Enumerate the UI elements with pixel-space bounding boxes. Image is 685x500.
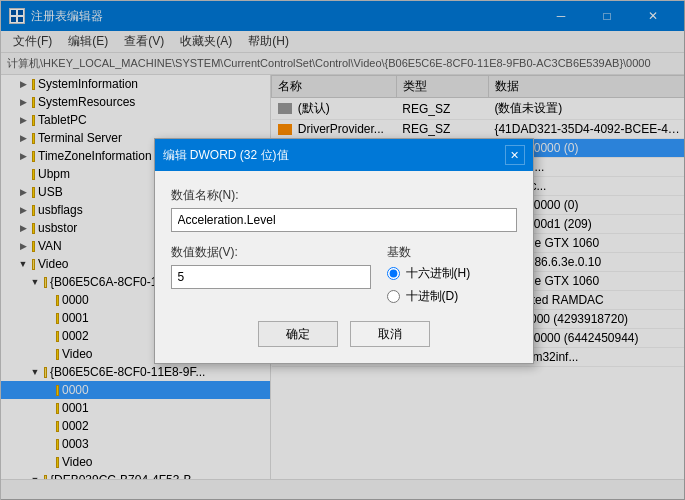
value-name-label: 数值名称(N): — [171, 187, 517, 204]
radio-dec[interactable]: 十进制(D) — [387, 288, 517, 305]
dialog-body: 数值名称(N): 数值数据(V): 基数 十六进制(H) — [155, 171, 533, 363]
radio-dec-label: 十进制(D) — [406, 288, 459, 305]
base-radio-group: 十六进制(H) 十进制(D) — [387, 265, 517, 305]
base-label: 基数 — [387, 244, 517, 261]
dialog-close-button[interactable]: ✕ — [505, 145, 525, 165]
dialog-buttons: 确定 取消 — [171, 321, 517, 347]
dialog-overlay: 编辑 DWORD (32 位)值 ✕ 数值名称(N): 数值数据(V): — [1, 1, 685, 500]
value-name-input[interactable] — [171, 208, 517, 232]
value-data-input[interactable] — [171, 265, 371, 289]
dialog-title: 编辑 DWORD (32 位)值 — [163, 147, 289, 164]
radio-hex[interactable]: 十六进制(H) — [387, 265, 517, 282]
dialog-title-bar: 编辑 DWORD (32 位)值 ✕ — [155, 139, 533, 171]
value-name-field: 数值名称(N): — [171, 187, 517, 232]
base-section: 基数 十六进制(H) 十进制(D) — [387, 244, 517, 305]
value-data-label: 数值数据(V): — [171, 244, 371, 261]
ok-button[interactable]: 确定 — [258, 321, 338, 347]
value-data-section: 数值数据(V): — [171, 244, 371, 305]
edit-dword-dialog: 编辑 DWORD (32 位)值 ✕ 数值名称(N): 数值数据(V): — [154, 138, 534, 364]
value-data-row: 数值数据(V): 基数 十六进制(H) 十进制(D) — [171, 244, 517, 305]
radio-hex-label: 十六进制(H) — [406, 265, 471, 282]
radio-hex-input[interactable] — [387, 267, 400, 280]
radio-dec-input[interactable] — [387, 290, 400, 303]
cancel-button[interactable]: 取消 — [350, 321, 430, 347]
